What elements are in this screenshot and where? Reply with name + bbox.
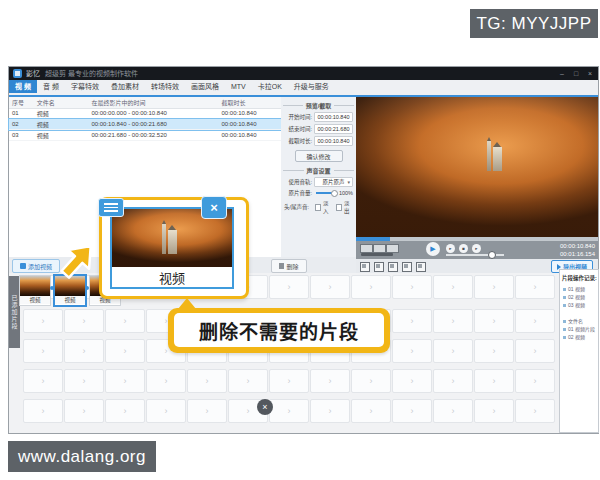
close-button[interactable]: × [584,67,596,79]
chevron-right-icon: › [534,316,537,326]
chevron-right-icon: › [42,346,45,356]
step-forward-button[interactable]: ▸ [472,244,481,253]
share-icon[interactable] [416,262,426,272]
history-item[interactable]: 02 视频 [563,293,598,301]
transition-dot-icon[interactable] [85,286,89,290]
fade-label: 头/尾声音: [284,203,309,211]
history-item[interactable]: 03 视频 [563,301,598,309]
step-back-button[interactable]: ▸ [446,244,455,253]
volume-slider-knob[interactable] [331,190,338,197]
empty-clip-slot: › [310,275,350,299]
empty-clip-slot: › [474,339,514,363]
empty-clip-slot: › [433,339,473,363]
chevron-right-icon: › [452,376,455,386]
save-icon[interactable] [402,262,412,272]
tutorial-banner: 删除不需要的片段 [168,308,390,353]
volume-slider[interactable] [316,192,337,194]
transition-dot-icon[interactable] [50,286,54,290]
player-volume-knob[interactable] [488,251,496,259]
fade-out-checkbox[interactable] [336,204,342,211]
empty-clip-slot: › [433,369,473,393]
empty-clip-slot: › [351,369,391,393]
banner-pointer [178,298,196,309]
history-item[interactable]: 02 视频 [563,333,598,341]
chevron-right-icon: › [534,406,537,416]
volume-value: 100% [339,190,353,196]
stop-button[interactable]: ■ [459,244,468,253]
bullet-icon [563,320,566,323]
chevron-right-icon: › [411,346,414,356]
empty-clip-slot: › [515,275,555,299]
minimize-button[interactable]: – [556,67,568,79]
bullet-icon [563,328,566,331]
castle-image [487,139,507,171]
end-time-label: 结束时间: [284,125,312,133]
tab-8[interactable]: 卡拉OK [252,80,288,93]
tab-7[interactable]: MTV [225,80,252,93]
clip-row[interactable]: 01视频00:00:00.000 - 00:00:10.84000:00:10.… [9,108,281,119]
empty-clip-slot: › [105,309,145,333]
maximize-button[interactable]: □ [570,67,582,79]
delete-clip-x-button[interactable]: × [201,196,227,219]
history-items: 01 视频02 视频03 视频文件名01 视频片段02 视频 [560,285,598,341]
chevron-right-icon: › [124,346,127,356]
clip-row[interactable]: 02视频00:00:10.840 - 00:00:21.68000:00:10.… [9,119,281,130]
history-item[interactable]: 01 视频 [563,285,598,293]
chevron-right-icon: › [124,376,127,386]
app-name: 影忆 [26,70,40,77]
empty-clip-slot: › [269,399,309,423]
tab-2[interactable]: 音 频 [37,80,65,93]
tab-1[interactable]: 视 频 [9,80,37,93]
end-time-field[interactable]: 00:00:21.680 [314,124,353,134]
empty-clip-slot: › [105,339,145,363]
frame-icon[interactable] [388,262,398,272]
empty-clip-slot: › [351,399,391,423]
chevron-right-icon: › [534,282,537,292]
banner-text: 删除不需要的片段 [174,313,384,347]
tab-6[interactable]: 画面风格 [185,80,225,93]
start-time-label: 开始时间: [284,113,312,121]
clip-cell-time: 00:00:21.680 - 00:00:32.520 [88,132,218,138]
delete-clip-button[interactable]: 删除 [271,259,307,273]
history-item[interactable]: 01 视频片段 [563,325,598,333]
empty-clip-slot: › [433,275,473,299]
sound-section-title: 声音设置 [283,166,354,175]
start-time-field[interactable]: 00:00:10.840 [314,112,353,122]
confirm-trim-button[interactable]: 确认修改 [295,150,343,162]
mini-slider[interactable] [361,253,393,256]
play-button[interactable]: ▶ [426,242,440,256]
clip-menu-icon[interactable] [98,198,124,217]
fade-in-checkbox[interactable] [315,204,321,211]
clip-row[interactable]: 03视频00:00:21.680 - 00:00:32.52000:00:10.… [9,130,281,141]
history-item[interactable]: 文件名 [563,317,598,325]
column-header[interactable]: 文件名 [34,98,89,107]
audio-track-select[interactable]: 原片原声 ▾ [314,177,353,187]
clip-thumbnail-label: 视频 [20,296,50,304]
empty-clip-slot: › [392,369,432,393]
tab-5[interactable]: 转场特效 [145,80,185,93]
folder-icon[interactable] [374,262,384,272]
clip-thumbnail[interactable]: 视频 [19,275,51,306]
clip-thumbnail-label: 视频 [55,296,85,304]
chevron-right-icon: › [452,406,455,416]
delete-label: 删除 [286,262,298,271]
add-video-button[interactable]: 添加视频 [12,259,60,273]
history-panel: 片段操作记录: 01 视频02 视频03 视频文件名01 视频片段02 视频 [559,269,599,433]
bullet-icon [563,304,566,307]
empty-clip-slot: › [23,369,63,393]
column-header[interactable]: 截取时长 [218,98,281,107]
tab-9[interactable]: 升级与服务 [288,80,335,93]
chevron-right-icon: › [42,406,45,416]
add-video-icon [20,263,26,269]
column-header[interactable]: 序号 [9,98,34,107]
collapse-timeline-button[interactable]: × [257,399,273,415]
column-header[interactable]: 在最终影片中的时间 [88,98,218,107]
chevron-right-icon: › [493,316,496,326]
video-preview[interactable] [356,97,598,237]
tab-3[interactable]: 字幕特效 [65,80,105,93]
tab-4[interactable]: 叠加素材 [105,80,145,93]
castle-image [162,222,182,254]
chevron-right-icon: › [165,346,168,356]
snapshot-icon[interactable] [360,262,370,272]
chevron-right-icon: › [493,346,496,356]
